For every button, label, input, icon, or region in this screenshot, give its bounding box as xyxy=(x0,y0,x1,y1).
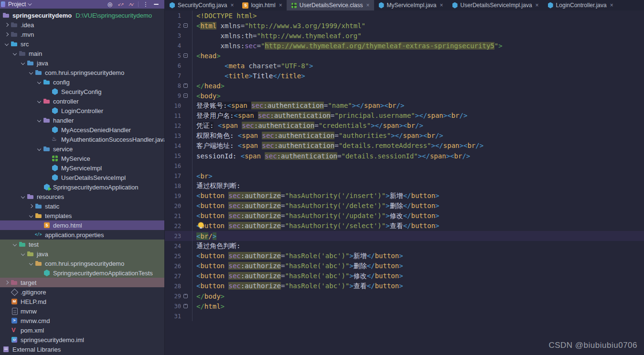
fold-end-icon[interactable]: ^ xyxy=(183,294,188,298)
tree-item-LoginController[interactable]: LoginController xyxy=(0,106,164,115)
tab-UserDetailsServiceImpl.java[interactable]: UserDetailsServiceImpl.java× xyxy=(448,0,543,10)
tree-item-service[interactable]: service xyxy=(0,144,164,154)
tree-item-MyServiceImpl[interactable]: MyServiceImpl xyxy=(0,163,164,173)
tree-item-SpringsecuritydemoApplication[interactable]: SpringsecuritydemoApplication xyxy=(0,182,164,192)
code-editor[interactable]: 1<!DOCTYPE html>2−<html xmlns="http://ww… xyxy=(165,10,644,355)
tree-item-controller[interactable]: controller xyxy=(0,96,164,106)
tree-item-java[interactable]: java xyxy=(0,58,164,68)
close-icon[interactable]: × xyxy=(230,2,234,9)
hide-panel-icon[interactable] xyxy=(151,0,161,8)
tree-item-mvnw[interactable]: mvnw xyxy=(0,306,164,316)
close-icon[interactable]: × xyxy=(440,2,443,9)
intention-bulb-icon[interactable] xyxy=(198,222,204,228)
code-line-14[interactable]: 14客户端地址: <span sec:authentication="detai… xyxy=(165,141,644,151)
tree-item-springsecuritydemo[interactable]: springsecuritydemoD:\VUE\springsecurityd… xyxy=(0,10,164,20)
code-line-17[interactable]: 17<br> xyxy=(165,171,644,181)
code-line-10[interactable]: 10登录账号:<span sec:authentication="name"><… xyxy=(165,101,644,111)
tree-item-java[interactable]: java xyxy=(0,249,164,259)
tree-item-static[interactable]: static xyxy=(0,201,164,211)
chevron-down-icon[interactable] xyxy=(5,42,9,46)
chevron-down-icon[interactable] xyxy=(37,80,41,84)
fold-start-icon[interactable]: − xyxy=(183,53,188,58)
fold-end-icon[interactable]: ^ xyxy=(183,304,188,308)
collapse-all-icon[interactable]: ↗↙ xyxy=(126,0,136,8)
tree-item-External Libraries[interactable]: External Libraries xyxy=(0,345,164,354)
chevron-down-icon[interactable] xyxy=(37,99,41,103)
tab-LoginController.java[interactable]: LoginController.java× xyxy=(543,0,618,10)
tree-item-test[interactable]: test xyxy=(0,240,164,249)
tree-item-main[interactable]: main xyxy=(0,49,164,58)
code-line-4[interactable]: 4 xmlns:sec="http://www.thymeleaf.org/th… xyxy=(165,41,644,51)
code-line-12[interactable]: 12凭证: <span sec:authentication="credenti… xyxy=(165,121,644,131)
code-line-20[interactable]: 20<button sec:authorize="hasAuthority('/… xyxy=(165,201,644,211)
tree-item-HELP.md[interactable]: HELP.md xyxy=(0,297,164,306)
expand-all-icon[interactable]: ↙↗ xyxy=(115,0,126,8)
code-line-22[interactable]: 22<button sec:authorize="hasAuthority('/… xyxy=(165,221,644,231)
code-line-27[interactable]: 27<button sec:authorize="hasRole('abc')"… xyxy=(165,271,644,281)
tree-item-templates[interactable]: templates xyxy=(0,211,164,220)
code-line-29[interactable]: 29^</body> xyxy=(165,291,644,301)
close-icon[interactable]: × xyxy=(610,2,613,9)
tree-item-SecurityConfig[interactable]: SecurityConfig xyxy=(0,87,164,96)
code-line-16[interactable]: 16 xyxy=(165,161,644,171)
chevron-right-icon[interactable] xyxy=(5,32,9,36)
chevron-down-icon[interactable] xyxy=(29,71,33,74)
code-line-25[interactable]: 25<button sec:authorize="hasRole('abc')"… xyxy=(165,251,644,261)
tree-item-MyService[interactable]: MyService xyxy=(0,154,164,163)
tree-item-pom.xml[interactable]: pom.xml xyxy=(0,325,164,335)
tree-item-.gitignore[interactable]: .gitignore xyxy=(0,287,164,297)
chevron-down-icon[interactable] xyxy=(37,118,41,122)
chevron-down-icon[interactable] xyxy=(21,252,25,256)
close-icon[interactable]: × xyxy=(366,2,369,9)
code-line-3[interactable]: 3 xmlns:th="http://www.thymeleaf.org" xyxy=(165,31,644,41)
tree-item-handler[interactable]: handler xyxy=(0,115,164,125)
chevron-down-icon[interactable] xyxy=(29,261,33,265)
tab-SecurityConfig.java[interactable]: SecurityConfig.java× xyxy=(165,0,238,10)
close-icon[interactable]: × xyxy=(536,2,539,9)
tree-item-SpringsecuritydemoApplicationTests[interactable]: SpringsecuritydemoApplicationTests xyxy=(0,268,164,278)
fold-start-icon[interactable]: − xyxy=(183,23,188,28)
tree-item-MyAccessDeniedHandler[interactable]: MyAccessDeniedHandler xyxy=(0,125,164,135)
code-line-8[interactable]: 8^</head> xyxy=(165,81,644,91)
close-icon[interactable]: × xyxy=(279,2,282,9)
tree-item-src[interactable]: src xyxy=(0,39,164,49)
chevron-down-icon[interactable] xyxy=(28,1,32,5)
code-line-24[interactable]: 24通过角色判断: xyxy=(165,241,644,251)
tab-MyServiceImpl.java[interactable]: MyServiceImpl.java× xyxy=(374,0,448,10)
code-line-9[interactable]: 9−<body> xyxy=(165,91,644,101)
code-line-19[interactable]: 19<button sec:authorize="hasAuthority('/… xyxy=(165,191,644,201)
chevron-down-icon[interactable] xyxy=(13,242,17,246)
code-line-2[interactable]: 2−<html xmlns="http://www.w3.org/1999/xh… xyxy=(165,21,644,31)
code-line-30[interactable]: 30^</html> xyxy=(165,301,644,311)
code-line-1[interactable]: 1<!DOCTYPE html> xyxy=(165,10,644,21)
tree-item-.idea[interactable]: .idea xyxy=(0,20,164,30)
kebab-menu-icon[interactable]: ⋮ xyxy=(140,0,151,8)
fold-start-icon[interactable]: − xyxy=(183,94,188,98)
chevron-down-icon[interactable] xyxy=(29,214,33,218)
code-line-5[interactable]: 5−<head> xyxy=(165,51,644,61)
chevron-right-icon[interactable] xyxy=(5,23,9,27)
chevron-down-icon[interactable] xyxy=(13,52,17,55)
chevron-down-icon[interactable] xyxy=(21,195,25,198)
tree-item-target[interactable]: target xyxy=(0,278,164,287)
code-line-23[interactable]: 23<br/> xyxy=(165,231,644,241)
tree-item-application.properties[interactable]: application.properties xyxy=(0,230,164,240)
code-line-26[interactable]: 26<button sec:authorize="hasRole('abc')"… xyxy=(165,261,644,271)
tree-item-mvnw.cmd[interactable]: mvnw.cmd xyxy=(0,316,164,325)
code-line-15[interactable]: 15sessionId: <span sec:authentication="d… xyxy=(165,151,644,161)
tree-item-UserDetailsServiceImpl[interactable]: UserDetailsServiceImpl xyxy=(0,173,164,182)
tab-login.html[interactable]: login.html× xyxy=(238,0,286,10)
tab-UserDetailsService.class[interactable]: UserDetailsService.class× xyxy=(287,0,374,10)
tree-item-.mvn[interactable]: .mvn xyxy=(0,30,164,39)
tree-item-com.hrui.springsecuritydemo[interactable]: com.hrui.springsecuritydemo xyxy=(0,259,164,268)
code-line-11[interactable]: 11登录用户名:<span sec:authentication="princi… xyxy=(165,111,644,121)
tree-item-springsecuritydemo.iml[interactable]: springsecuritydemo.iml xyxy=(0,335,164,345)
locate-file-icon[interactable]: ◎ xyxy=(105,0,115,8)
chevron-right-icon[interactable] xyxy=(5,281,9,284)
code-line-6[interactable]: 6 <meta charset="UTF-8"> xyxy=(165,61,644,71)
code-line-7[interactable]: 7 <title>Title</title> xyxy=(165,71,644,81)
code-line-13[interactable]: 13权限和角色: <span sec:authentication="autho… xyxy=(165,131,644,141)
fold-end-icon[interactable]: ^ xyxy=(183,84,188,88)
tree-item-config[interactable]: config xyxy=(0,77,164,87)
tree-item-resources[interactable]: resources xyxy=(0,192,164,201)
